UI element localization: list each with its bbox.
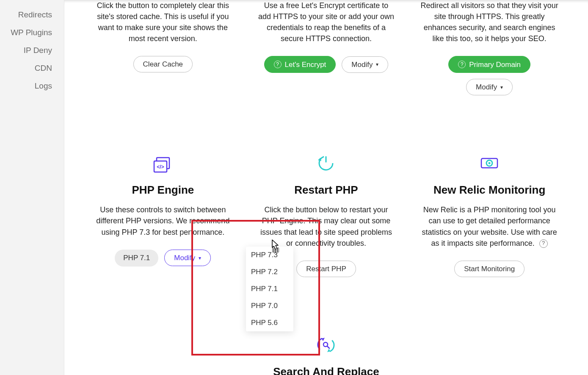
sidebar-item-cdn[interactable]: CDN [0, 59, 64, 77]
sidebar: Redirects WP Plugins IP Deny CDN Logs [0, 0, 64, 375]
clear-cache-button[interactable]: Clear Cache [133, 56, 193, 72]
chevron-down-icon: ▾ [199, 256, 201, 261]
sidebar-item-wp-plugins[interactable]: WP Plugins [0, 24, 64, 42]
php-option[interactable]: PHP 7.1 [246, 281, 293, 297]
php-version-dropdown: PHP 7.3 PHP 7.2 PHP 7.1 PHP 7.0 PHP 5.6 [246, 247, 293, 331]
card-desc: Click the button to completely clear thi… [94, 0, 232, 44]
card-desc: Redirect all visitors so that they visit… [420, 0, 558, 44]
php-option[interactable]: PHP 5.6 [246, 314, 293, 331]
card-empty [408, 315, 571, 375]
card-title: New Relic Monitoring [420, 183, 558, 197]
svg-point-8 [489, 162, 491, 164]
card-ssl: Use a free Let's Encrypt certificate to … [245, 0, 408, 112]
button-label: Let's Encrypt [285, 61, 326, 68]
svg-line-12 [327, 346, 329, 348]
primary-domain-button[interactable]: ? Primary Domain [448, 56, 530, 73]
button-label: Modify [351, 61, 373, 68]
php-engine-icon: </> [94, 150, 232, 176]
chevron-down-icon: ▾ [376, 62, 378, 67]
search-replace-icon [257, 332, 395, 358]
button-label: Primary Domain [469, 61, 521, 68]
card-empty [81, 315, 245, 375]
card-new-relic: New Relic Monitoring New Relic is a PHP … [408, 133, 571, 294]
card-title: PHP Engine [94, 183, 232, 197]
monitoring-icon [420, 150, 558, 176]
sidebar-item-logs[interactable]: Logs [0, 77, 64, 95]
sidebar-item-ip-deny[interactable]: IP Deny [0, 42, 64, 59]
chevron-down-icon: ▾ [500, 85, 503, 90]
card-desc: Use a free Let's Encrypt certificate to … [257, 0, 395, 44]
button-label: Modify [174, 254, 195, 261]
button-label: Modify [476, 83, 497, 91]
svg-text:</>: </> [157, 164, 164, 170]
help-icon[interactable]: ? [539, 239, 548, 248]
card-php-engine: </> PHP Engine Use these controls to swi… [81, 133, 245, 294]
card-desc: Click the button below to restart your P… [257, 204, 395, 248]
php-option[interactable]: PHP 7.3 [246, 247, 293, 264]
php-current-version: PHP 7.1 [115, 250, 158, 267]
help-icon: ? [458, 61, 466, 68]
card-desc: Use these controls to switch between dif… [94, 204, 232, 237]
php-option[interactable]: PHP 7.2 [246, 264, 293, 281]
ssl-modify-button[interactable]: Modify ▾ [342, 56, 388, 73]
restart-icon [257, 150, 395, 176]
card-clear-cache: Click the button to completely clear thi… [81, 0, 245, 112]
help-icon: ? [274, 61, 282, 68]
card-desc: New Relic is a PHP monitoring tool you c… [420, 204, 558, 248]
php-modify-button[interactable]: Modify ▾ [164, 250, 211, 266]
card-title: Search And Replace [257, 365, 395, 375]
php-option[interactable]: PHP 7.0 [246, 297, 293, 314]
lets-encrypt-button[interactable]: ? Let's Encrypt [264, 56, 336, 73]
https-modify-button[interactable]: Modify ▾ [466, 79, 513, 95]
restart-php-button[interactable]: Restart PHP [296, 261, 356, 277]
card-title: Restart PHP [257, 183, 395, 197]
sidebar-item-redirects[interactable]: Redirects [0, 6, 64, 24]
card-force-https: Redirect all visitors so that they visit… [408, 0, 571, 112]
start-monitoring-button[interactable]: Start Monitoring [454, 261, 525, 277]
